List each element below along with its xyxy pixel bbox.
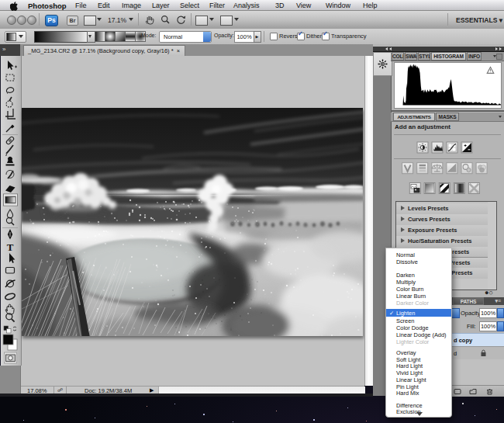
svg-text:T: T <box>7 241 14 253</box>
